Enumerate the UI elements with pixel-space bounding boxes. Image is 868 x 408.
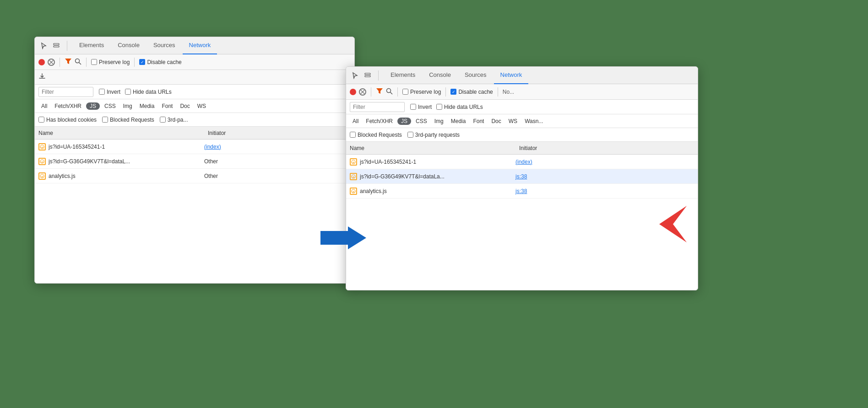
record-button-2[interactable] — [350, 89, 356, 95]
preserve-log-checkbox-1[interactable] — [91, 59, 97, 65]
initiator-link-2-2[interactable]: js:38 — [515, 173, 527, 180]
third-party-label-1[interactable]: 3rd-pa... — [160, 117, 188, 123]
record-button-1[interactable] — [38, 59, 45, 65]
hide-data-urls-label-1[interactable]: Hide data URLs — [125, 89, 172, 95]
clear-button-1[interactable] — [48, 59, 55, 66]
row-initiator-2-2: js:38 — [515, 173, 694, 180]
row-initiator-3-2: js:38 — [515, 188, 694, 194]
row-name-1-2: js?id=UA-165345241-1 — [360, 159, 515, 165]
third-party-label-2[interactable]: 3rd-party requests — [407, 132, 460, 138]
table-row[interactable]: + js?id=G-G36G49KV7T&l=dataL... Other — [35, 154, 354, 169]
table-row[interactable]: + js?id=G-G36G49KV7T&l=dataLa... js:38 — [346, 169, 698, 184]
blocked-bar-2: Blocked Requests 3rd-party requests — [346, 128, 698, 142]
toolbar1-2: Preserve log ✓ Disable cache No... — [346, 84, 698, 100]
has-blocked-cookies-cb-1[interactable] — [38, 117, 44, 123]
devtools-window-1: Elements Console Sources Network — [34, 37, 355, 284]
svg-text:+: + — [41, 160, 43, 164]
tabs-1: Elements Console Sources Network — [73, 37, 217, 54]
download-icon-1[interactable] — [38, 73, 46, 81]
tab-bar-2: Elements Console Sources Network — [346, 67, 698, 84]
filter-input-2[interactable] — [350, 102, 405, 112]
search-icon-2[interactable] — [386, 88, 393, 96]
type-js-1[interactable]: JS — [86, 102, 100, 110]
devtools-content-2: Preserve log ✓ Disable cache No... Inver… — [346, 84, 698, 290]
initiator-link-1-1[interactable]: (index) — [204, 144, 221, 150]
invert-checkbox-2[interactable] — [410, 104, 416, 110]
type-ws-1[interactable]: WS — [195, 102, 209, 110]
tab-network-1[interactable]: Network — [183, 37, 217, 54]
preserve-log-checkbox-2[interactable] — [402, 89, 408, 95]
type-media-2[interactable]: Media — [448, 118, 469, 125]
sep3 — [134, 58, 135, 67]
blocked-requests-label-2[interactable]: Blocked Requests — [350, 132, 402, 138]
type-media-1[interactable]: Media — [137, 102, 157, 110]
layers-icon[interactable] — [51, 41, 61, 51]
filter-input-1[interactable] — [38, 87, 93, 97]
tab-network-2[interactable]: Network — [494, 67, 529, 84]
table-header-2: Name Initiator — [346, 142, 698, 155]
cursor-icon[interactable] — [38, 41, 49, 51]
type-font-1[interactable]: Font — [159, 102, 175, 110]
type-fetch-xhr-2[interactable]: Fetch/XHR — [363, 118, 396, 125]
type-bar-1: All Fetch/XHR JS CSS Img Media Font Doc … — [35, 99, 354, 113]
hide-data-urls-checkbox-1[interactable] — [125, 89, 131, 95]
type-img-1[interactable]: Img — [120, 102, 135, 110]
type-ws-2[interactable]: WS — [506, 118, 520, 125]
tab-sources-1[interactable]: Sources — [147, 37, 182, 54]
has-blocked-cookies-label-1[interactable]: Has blocked cookies — [38, 117, 97, 123]
invert-label-2[interactable]: Invert — [410, 104, 432, 110]
type-css-2[interactable]: CSS — [413, 118, 430, 125]
row-initiator-3-1: Other — [204, 173, 351, 179]
search-icon-1[interactable] — [75, 58, 81, 66]
initiator-link-3-2[interactable]: js:38 — [515, 188, 527, 194]
third-party-cb-1[interactable] — [160, 117, 166, 123]
clear-button-2[interactable] — [359, 88, 366, 96]
type-doc-1[interactable]: Doc — [177, 102, 192, 110]
tab-bar-1: Elements Console Sources Network — [35, 37, 354, 54]
third-party-cb-2[interactable] — [407, 132, 413, 138]
tab-elements-2[interactable]: Elements — [384, 67, 422, 84]
type-wasn-2[interactable]: Wasn... — [522, 118, 546, 125]
preserve-log-label-2[interactable]: Preserve log — [402, 89, 441, 95]
tab-console-1[interactable]: Console — [111, 37, 146, 54]
table-row[interactable]: + analytics.js js:38 — [346, 184, 698, 199]
tab-elements-1[interactable]: Elements — [73, 37, 110, 54]
cursor-icon-2[interactable] — [350, 70, 360, 81]
blocked-requests-cb-2[interactable] — [350, 132, 356, 138]
no-throttle-label-2[interactable]: No... — [503, 89, 514, 95]
col-initiator-header-1: Initiator — [208, 130, 351, 136]
layers-icon-2[interactable] — [363, 70, 373, 81]
disable-cache-label-1[interactable]: ✓ Disable cache — [139, 59, 181, 65]
type-img-2[interactable]: Img — [432, 118, 446, 125]
type-all-2[interactable]: All — [350, 118, 361, 125]
filter-icon-2[interactable] — [376, 87, 383, 96]
blocked-requests-label-1[interactable]: Blocked Requests — [102, 117, 154, 123]
svg-text:+: + — [353, 175, 355, 179]
initiator-link-1-2[interactable]: (index) — [515, 159, 532, 165]
hide-data-urls-label-2[interactable]: Hide data URLs — [436, 104, 483, 110]
filter-icon-1[interactable] — [65, 58, 72, 66]
type-js-2[interactable]: JS — [397, 118, 411, 125]
type-font-2[interactable]: Font — [470, 118, 487, 125]
table-row[interactable]: + analytics.js Other — [35, 169, 354, 183]
col-name-header-2: Name — [350, 145, 519, 151]
tab-console-2[interactable]: Console — [423, 67, 457, 84]
blocked-requests-cb-1[interactable] — [102, 117, 108, 123]
preserve-log-label-1[interactable]: Preserve log — [91, 59, 130, 65]
table-row[interactable]: + js?id=UA-165345241-1 (index) — [35, 140, 354, 154]
invert-label-1[interactable]: Invert — [99, 89, 120, 95]
sep2-2 — [397, 87, 398, 97]
row-name-3-2: analytics.js — [360, 188, 515, 194]
disable-cache-label-2[interactable]: ✓ Disable cache — [450, 89, 493, 95]
invert-checkbox-1[interactable] — [99, 89, 105, 95]
svg-rect-1 — [54, 46, 59, 47]
type-all-1[interactable]: All — [38, 102, 50, 110]
table-row[interactable]: + js?id=UA-165345241-1 (index) — [346, 155, 698, 169]
tab-icons-2 — [350, 70, 379, 81]
type-doc-2[interactable]: Doc — [488, 118, 504, 125]
type-css-1[interactable]: CSS — [102, 102, 119, 110]
hide-data-urls-checkbox-2[interactable] — [436, 104, 442, 110]
tab-sources-2[interactable]: Sources — [458, 67, 493, 84]
type-fetch-xhr-1[interactable]: Fetch/XHR — [52, 102, 84, 110]
svg-point-19 — [387, 88, 391, 92]
